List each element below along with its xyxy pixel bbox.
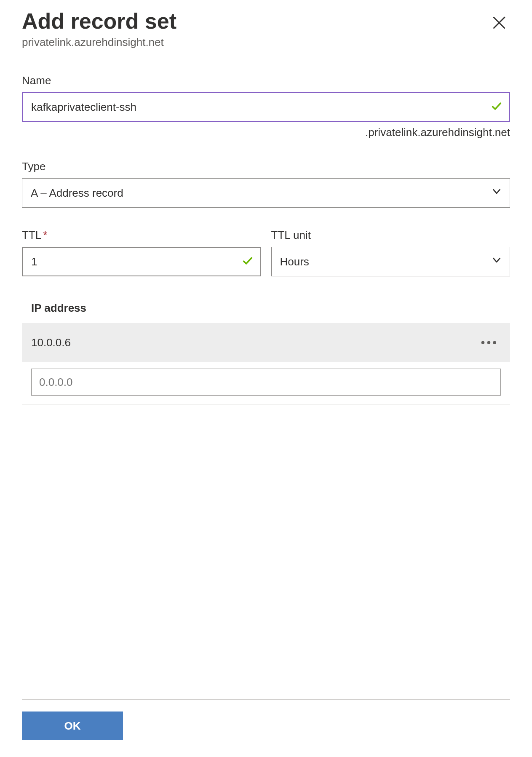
check-icon xyxy=(242,255,254,268)
ttl-label: TTL* xyxy=(22,229,261,242)
type-select[interactable]: A – Address record xyxy=(22,178,510,208)
ip-row-more-button[interactable]: ••• xyxy=(481,336,498,349)
close-button[interactable] xyxy=(488,12,510,36)
page-title: Add record set xyxy=(22,9,176,33)
ip-address-input[interactable] xyxy=(31,369,501,396)
type-select-value: A – Address record xyxy=(31,187,123,200)
close-icon xyxy=(492,15,507,34)
type-label: Type xyxy=(22,160,510,173)
ip-address-row: 10.0.0.6 ••• xyxy=(22,323,510,362)
ip-address-value: 10.0.0.6 xyxy=(31,336,71,349)
ttl-unit-label: TTL unit xyxy=(271,229,511,242)
ttl-label-text: TTL xyxy=(22,229,41,241)
chevron-down-icon xyxy=(491,255,502,269)
name-input[interactable] xyxy=(22,92,510,122)
ok-button[interactable]: OK xyxy=(22,712,123,740)
ttl-unit-select-value: Hours xyxy=(280,255,309,268)
required-asterisk: * xyxy=(43,229,47,241)
name-label: Name xyxy=(22,74,510,87)
ellipsis-icon: ••• xyxy=(481,336,498,349)
chevron-down-icon xyxy=(491,186,502,200)
check-icon xyxy=(491,100,503,114)
name-suffix: .privatelink.azurehdinsight.net xyxy=(22,126,510,139)
ip-address-label: IP address xyxy=(22,302,510,323)
ttl-unit-select[interactable]: Hours xyxy=(271,247,511,276)
ttl-input[interactable] xyxy=(22,247,261,276)
page-subtitle: privatelink.azurehdinsight.net xyxy=(22,36,176,49)
